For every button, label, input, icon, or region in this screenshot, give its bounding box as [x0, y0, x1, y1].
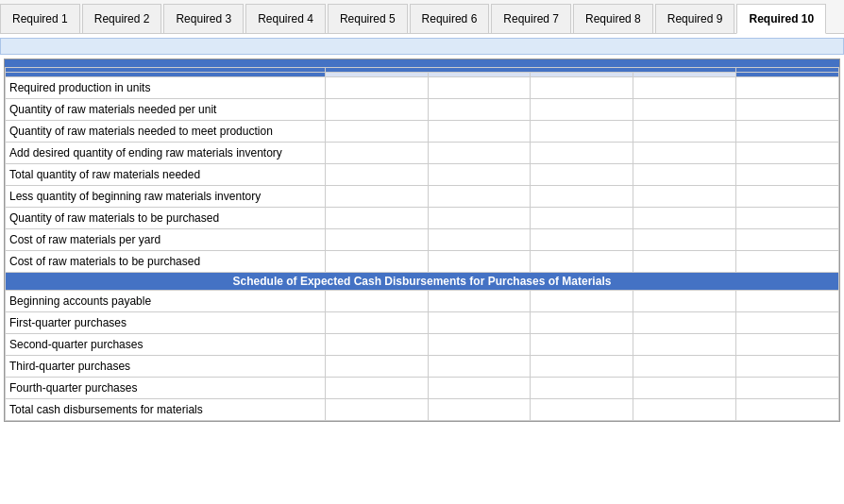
cell-input[interactable]: [534, 210, 629, 227]
schedule-cell-input[interactable]: [329, 314, 424, 331]
cell-input[interactable]: [637, 188, 732, 205]
schedule-cell-input[interactable]: [740, 401, 835, 418]
input-cell[interactable]: [736, 164, 839, 186]
input-cell[interactable]: [428, 208, 531, 229]
cell-input[interactable]: [740, 231, 835, 248]
input-cell[interactable]: [633, 99, 736, 121]
input-cell[interactable]: [633, 143, 736, 164]
cell-input[interactable]: [637, 123, 732, 140]
tab-required-9[interactable]: Required 9: [655, 4, 735, 33]
tab-required-1[interactable]: Required 1: [0, 4, 80, 33]
input-cell[interactable]: [428, 99, 531, 121]
tab-required-2[interactable]: Required 2: [82, 4, 162, 33]
input-cell[interactable]: [633, 208, 736, 229]
cell-input[interactable]: [329, 231, 424, 248]
schedule-input-cell[interactable]: [736, 356, 839, 378]
cell-input[interactable]: [432, 231, 527, 248]
schedule-cell-input[interactable]: [534, 358, 629, 375]
schedule-input-cell[interactable]: [633, 334, 736, 356]
cell-input[interactable]: [329, 188, 424, 205]
schedule-input-cell[interactable]: [736, 291, 839, 312]
schedule-cell-input[interactable]: [432, 401, 527, 418]
input-cell[interactable]: [325, 77, 428, 99]
cell-input[interactable]: [534, 144, 629, 161]
schedule-cell-input[interactable]: [637, 358, 732, 375]
input-cell[interactable]: [531, 99, 633, 121]
tab-required-5[interactable]: Required 5: [328, 4, 408, 33]
schedule-cell-input[interactable]: [432, 336, 527, 353]
input-cell[interactable]: [428, 143, 531, 164]
schedule-cell-input[interactable]: [432, 379, 527, 396]
schedule-input-cell[interactable]: [531, 399, 633, 421]
cell-input[interactable]: [740, 253, 835, 270]
cell-input[interactable]: [637, 253, 732, 270]
schedule-input-cell[interactable]: [325, 334, 428, 356]
input-cell[interactable]: [325, 229, 428, 251]
tab-required-7[interactable]: Required 7: [491, 4, 571, 33]
cell-input[interactable]: [432, 101, 527, 118]
tab-required-3[interactable]: Required 3: [163, 4, 244, 33]
schedule-input-cell[interactable]: [633, 399, 736, 421]
cell-input[interactable]: [329, 166, 424, 183]
input-cell[interactable]: [531, 186, 633, 208]
cell-input[interactable]: [329, 123, 424, 140]
cell-input[interactable]: [637, 101, 732, 118]
schedule-cell-input[interactable]: [637, 293, 732, 310]
cell-input[interactable]: [432, 144, 527, 161]
input-cell[interactable]: [325, 251, 428, 273]
cell-input[interactable]: [534, 79, 629, 96]
input-cell[interactable]: [428, 164, 531, 186]
input-cell[interactable]: [633, 77, 736, 99]
cell-input[interactable]: [534, 166, 629, 183]
schedule-input-cell[interactable]: [531, 312, 633, 334]
schedule-input-cell[interactable]: [428, 356, 531, 378]
cell-input[interactable]: [432, 166, 527, 183]
schedule-cell-input[interactable]: [329, 336, 424, 353]
input-cell[interactable]: [633, 164, 736, 186]
schedule-input-cell[interactable]: [736, 399, 839, 421]
schedule-input-cell[interactable]: [428, 334, 531, 356]
cell-input[interactable]: [432, 79, 527, 96]
schedule-input-cell[interactable]: [428, 399, 531, 421]
input-cell[interactable]: [325, 208, 428, 229]
cell-input[interactable]: [432, 188, 527, 205]
cell-input[interactable]: [329, 101, 424, 118]
tab-required-10[interactable]: Required 10: [736, 4, 826, 34]
input-cell[interactable]: [428, 186, 531, 208]
cell-input[interactable]: [329, 144, 424, 161]
input-cell[interactable]: [325, 164, 428, 186]
schedule-cell-input[interactable]: [534, 293, 629, 310]
input-cell[interactable]: [428, 251, 531, 273]
schedule-cell-input[interactable]: [637, 336, 732, 353]
schedule-cell-input[interactable]: [637, 314, 732, 331]
schedule-input-cell[interactable]: [531, 334, 633, 356]
input-cell[interactable]: [633, 229, 736, 251]
schedule-cell-input[interactable]: [432, 314, 527, 331]
tab-required-4[interactable]: Required 4: [245, 4, 326, 33]
schedule-input-cell[interactable]: [531, 291, 633, 312]
input-cell[interactable]: [633, 121, 736, 143]
schedule-input-cell[interactable]: [325, 399, 428, 421]
schedule-cell-input[interactable]: [534, 379, 629, 396]
schedule-cell-input[interactable]: [637, 379, 732, 396]
schedule-cell-input[interactable]: [329, 379, 424, 396]
schedule-input-cell[interactable]: [531, 378, 633, 399]
schedule-input-cell[interactable]: [736, 312, 839, 334]
cell-input[interactable]: [432, 123, 527, 140]
cell-input[interactable]: [740, 166, 835, 183]
input-cell[interactable]: [325, 143, 428, 164]
schedule-input-cell[interactable]: [633, 378, 736, 399]
input-cell[interactable]: [736, 251, 839, 273]
cell-input[interactable]: [740, 188, 835, 205]
cell-input[interactable]: [637, 210, 732, 227]
schedule-input-cell[interactable]: [428, 378, 531, 399]
input-cell[interactable]: [325, 121, 428, 143]
input-cell[interactable]: [736, 208, 839, 229]
cell-input[interactable]: [329, 79, 424, 96]
cell-input[interactable]: [432, 210, 527, 227]
cell-input[interactable]: [637, 231, 732, 248]
schedule-cell-input[interactable]: [740, 358, 835, 375]
schedule-cell-input[interactable]: [329, 401, 424, 418]
input-cell[interactable]: [428, 229, 531, 251]
input-cell[interactable]: [736, 99, 839, 121]
